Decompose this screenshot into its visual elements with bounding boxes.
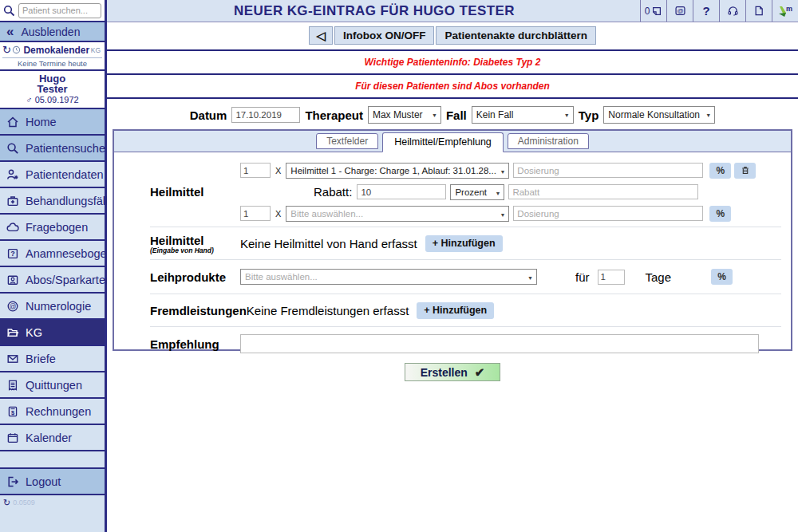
sidebar-item-behandlungsfaelle[interactable]: Behandlungsfälle <box>0 188 105 215</box>
notes-button[interactable]: 0 <box>640 0 666 22</box>
logout-button[interactable]: Logout <box>0 469 105 495</box>
calendar-icon <box>6 432 19 444</box>
sidebar-item-home[interactable]: Home <box>0 109 105 136</box>
sidebar-item-label: Quittungen <box>26 379 82 392</box>
fremdleistungen-empty-text: Keine Fremdleistungen erfasst <box>247 304 409 317</box>
receipt-icon <box>6 379 19 392</box>
calendar-widget[interactable]: ↻ Demokalender KG Keine Termine heute <box>0 42 105 71</box>
back-button[interactable]: ◁ <box>309 26 333 45</box>
document-button[interactable] <box>745 0 772 22</box>
sidebar-item-numerologie[interactable]: @ Numerologie <box>0 294 105 320</box>
svg-text:@: @ <box>677 7 683 14</box>
heilmittel-select-empty[interactable]: Bitte auswählen... ▼ <box>286 206 509 222</box>
rabatt-unit-select[interactable]: Prozent ▼ <box>450 184 504 200</box>
sidebar-item-label: Briefe <box>26 353 56 365</box>
add-heilmittel-hand-button[interactable]: + Hinzufügen <box>425 235 503 252</box>
patient-search-input[interactable] <box>18 3 101 18</box>
chevron-down-icon: ▼ <box>705 112 711 118</box>
infobox-toggle-button[interactable]: Infobox ON/OFF <box>334 26 435 45</box>
erstellen-button[interactable]: Erstellen ✔ <box>405 363 500 381</box>
heilmittel-label: Heilmittel <box>150 185 240 199</box>
calendar-name: Demokalender <box>23 45 89 56</box>
dosierung-input[interactable] <box>513 206 703 221</box>
quantity-input[interactable] <box>240 206 271 221</box>
page-title: NEUER KG-EINTRAG FÜR HUGO TESTER <box>107 0 642 22</box>
add-button-label: + Hinzufügen <box>424 305 487 316</box>
support-button[interactable] <box>719 0 745 22</box>
fall-select[interactable]: Kein Fall ▼ <box>472 106 574 124</box>
trash-icon <box>741 165 750 175</box>
leihprodukte-select[interactable]: Bitte auswählen... ▼ <box>240 269 537 285</box>
heilmittel-hand-sublabel: (Eingabe von Hand) <box>150 247 240 254</box>
cloud-icon <box>6 221 19 234</box>
tab-textfelder[interactable]: Textfelder <box>316 133 378 149</box>
refresh-icon[interactable]: ↻ <box>3 499 10 507</box>
empfehlung-input[interactable] <box>240 334 759 353</box>
invoice-icon: $ <box>6 405 19 418</box>
days-input[interactable] <box>598 270 625 285</box>
home-icon <box>6 116 19 128</box>
chevron-down-icon: ▼ <box>495 191 500 196</box>
envelope-icon <box>6 353 19 365</box>
empfehlung-section: Empfehlung <box>150 329 781 358</box>
percent-button[interactable]: % <box>709 206 731 222</box>
app-logo[interactable]: m <box>772 0 798 22</box>
tab-heilmittel-empfehlung[interactable]: Heilmittel/Empfehlung <box>382 132 504 152</box>
heilmittel-select[interactable]: Heilmittel 1 - Charge: Charge 1, Ablauf:… <box>286 163 509 179</box>
sidebar-item-patientensuche[interactable]: Patientensuche <box>0 136 105 162</box>
datum-input[interactable] <box>231 107 300 123</box>
sidebar-item-label: Patientendaten <box>26 168 104 181</box>
tab-administration[interactable]: Administration <box>508 133 589 149</box>
sidebar-spacer <box>0 451 105 469</box>
add-fremdleistung-button[interactable]: + Hinzufügen <box>417 302 494 319</box>
times-separator: X <box>275 209 281 219</box>
calendar-status: Keine Termine heute <box>2 57 102 69</box>
heilmittel-hand-empty-text: Keine Heilmittel von Hand erfasst <box>240 237 417 250</box>
sidebar-item-anamnesebogen[interactable]: ? Anamnesebogen <box>0 241 105 267</box>
sidebar-item-patientendaten[interactable]: Patientendaten <box>0 162 105 188</box>
messages-button[interactable]: @ <box>666 0 693 22</box>
empfehlung-label: Empfehlung <box>150 337 240 351</box>
rabatt-value-input[interactable] <box>357 184 446 199</box>
patient-last-name: Tester <box>0 84 105 94</box>
rabatt-text-input[interactable] <box>508 184 698 199</box>
dosierung-input[interactable] <box>513 163 703 178</box>
percent-button[interactable]: % <box>711 269 733 285</box>
svg-text:@: @ <box>10 302 17 310</box>
heilmittel-hand-section: Heilmittel (Eingabe von Hand) Keine Heil… <box>150 230 781 257</box>
sidebar-item-label: Behandlungsfälle <box>26 195 114 207</box>
sidebar-item-fragebogen[interactable]: Fragebogen <box>0 215 105 241</box>
sidebar-item-rechnungen[interactable]: $ Rechnungen <box>0 399 105 425</box>
quantity-input[interactable] <box>240 163 271 178</box>
divider <box>107 97 798 99</box>
header-actions: ◁ Infobox ON/OFF Patientenakte durchblät… <box>107 26 798 45</box>
card-person-icon <box>6 274 19 286</box>
collapse-label: Ausblenden <box>21 26 80 38</box>
chevron-down-icon: ▼ <box>564 112 570 118</box>
fall-value: Kein Fall <box>476 109 514 120</box>
heilmittel-section: Heilmittel X Heilmittel 1 - Charge: Char… <box>150 160 781 224</box>
app-version: 0.0509 <box>13 499 35 506</box>
sidebar-item-briefe[interactable]: Briefe <box>0 346 105 372</box>
svg-text:m: m <box>786 5 792 13</box>
therapeut-select[interactable]: Max Muster ▼ <box>368 106 441 124</box>
chevron-down-icon: ▼ <box>432 112 437 118</box>
sidebar-item-kalender[interactable]: Kalender <box>0 425 105 451</box>
help-button[interactable]: ? <box>693 0 719 22</box>
search-icon <box>6 142 19 155</box>
fuer-label: für <box>575 270 590 284</box>
refresh-icon[interactable]: ↻ <box>2 45 11 55</box>
collapse-sidebar-button[interactable]: « Ausblenden <box>0 22 105 42</box>
sidebar-item-kg[interactable]: KG <box>0 320 105 346</box>
chevron-down-icon: ▼ <box>527 275 533 281</box>
divider <box>107 73 798 75</box>
browse-record-button[interactable]: Patientenakte durchblättern <box>436 26 596 45</box>
medical-case-icon <box>6 195 19 207</box>
document-icon <box>753 5 764 17</box>
percent-button[interactable]: % <box>709 163 731 179</box>
delete-button[interactable] <box>734 163 756 179</box>
sidebar-item-abos-sparkarten[interactable]: Abos/Sparkarten <box>0 267 105 294</box>
note-icon <box>651 6 662 17</box>
sidebar-item-quittungen[interactable]: Quittungen <box>0 372 105 399</box>
typ-select[interactable]: Normale Konsultation ▼ <box>603 106 715 124</box>
